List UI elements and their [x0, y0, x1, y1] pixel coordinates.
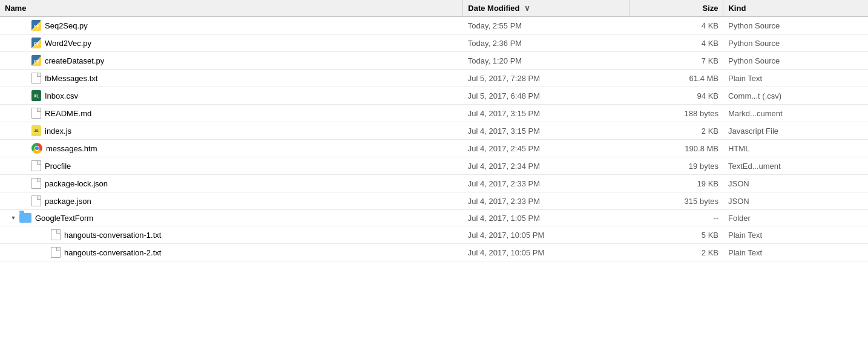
kind-cell: Plain Text [723, 70, 868, 87]
file-icon [51, 247, 61, 258]
date-cell: Jul 4, 2017, 10:05 PM [463, 226, 630, 244]
name-cell: package.json [0, 192, 463, 210]
python-icon: py [31, 20, 41, 31]
table-row[interactable]: package-lock.json Jul 4, 2017, 2:33 PM 1… [0, 175, 868, 192]
table-row[interactable]: JS index.js Jul 4, 2017, 3:15 PM 2 KB Ja… [0, 122, 868, 140]
name-cell: JS index.js [0, 122, 463, 140]
file-name: Seq2Seq.py [45, 21, 88, 30]
csv-icon: XL [31, 90, 41, 101]
kind-cell: Javascript File [723, 122, 868, 140]
name-cell: README.md [0, 105, 463, 122]
name-cell: GoogleTextForm [0, 210, 463, 226]
file-name: Inbox.csv [45, 91, 78, 100]
sort-arrow-icon: ∨ [524, 4, 530, 13]
name-cell: hangouts-conversation-1.txt [0, 226, 463, 244]
name-cell: messages.htm [0, 140, 463, 157]
date-cell: Today, 2:36 PM [463, 34, 630, 52]
date-cell: Today, 2:55 PM [463, 17, 630, 34]
size-cell: 4 KB [630, 34, 723, 52]
kind-cell: Comm...t (.csv) [723, 87, 868, 105]
kind-cell: JSON [723, 175, 868, 192]
file-icon [51, 229, 61, 240]
kind-cell: Folder [723, 210, 868, 226]
date-cell: Jul 5, 2017, 6:48 PM [463, 87, 630, 105]
name-cell: hangouts-conversation-2.txt [0, 244, 463, 261]
file-name: createDataset.py [45, 56, 104, 65]
date-cell: Jul 4, 2017, 2:33 PM [463, 175, 630, 192]
size-cell: -- [630, 210, 723, 226]
column-header-size[interactable]: Size [630, 0, 723, 17]
file-name: Procfile [45, 162, 71, 171]
kind-cell: JSON [723, 192, 868, 210]
size-cell: 94 KB [630, 87, 723, 105]
table-row[interactable]: py Seq2Seq.py Today, 2:55 PM 4 KB Python… [0, 17, 868, 34]
size-cell: 2 KB [630, 244, 723, 261]
column-size-label: Size [702, 4, 718, 13]
size-cell: 4 KB [630, 17, 723, 34]
date-cell: Jul 4, 2017, 2:33 PM [463, 192, 630, 210]
name-cell: package-lock.json [0, 175, 463, 192]
table-row[interactable]: py Word2Vec.py Today, 2:36 PM 4 KB Pytho… [0, 34, 868, 52]
file-name: README.md [45, 109, 91, 118]
file-name: hangouts-conversation-1.txt [64, 231, 161, 240]
date-cell: Jul 4, 2017, 3:15 PM [463, 105, 630, 122]
table-row[interactable]: messages.htm Jul 4, 2017, 2:45 PM 190.8 … [0, 140, 868, 157]
kind-cell: Python Source [723, 52, 868, 70]
table-row[interactable]: hangouts-conversation-1.txt Jul 4, 2017,… [0, 226, 868, 244]
table-row[interactable]: fbMessages.txt Jul 5, 2017, 7:28 PM 61.4… [0, 70, 868, 87]
kind-cell: Plain Text [723, 226, 868, 244]
date-cell: Jul 4, 2017, 10:05 PM [463, 244, 630, 261]
file-icon [31, 160, 41, 171]
file-name: GoogleTextForm [35, 214, 93, 223]
name-cell: py Seq2Seq.py [0, 17, 463, 34]
size-cell: 2 KB [630, 122, 723, 140]
name-cell: XL Inbox.csv [0, 87, 463, 105]
kind-cell: Plain Text [723, 244, 868, 261]
name-cell: fbMessages.txt [0, 70, 463, 87]
file-name: Word2Vec.py [45, 39, 91, 48]
size-cell: 7 KB [630, 52, 723, 70]
date-cell: Jul 4, 2017, 2:45 PM [463, 140, 630, 157]
python-icon: py [31, 38, 41, 48]
table-row[interactable]: package.json Jul 4, 2017, 2:33 PM 315 by… [0, 192, 868, 210]
file-icon [31, 73, 41, 84]
table-row[interactable]: GoogleTextForm Jul 4, 2017, 1:05 PM -- F… [0, 210, 868, 226]
column-kind-label: Kind [728, 4, 746, 13]
file-icon [31, 108, 41, 119]
js-icon: JS [31, 125, 41, 136]
column-header-name[interactable]: Name [0, 0, 463, 17]
disclosure-triangle[interactable] [10, 215, 17, 221]
kind-cell: Python Source [723, 17, 868, 34]
size-cell: 190.8 MB [630, 140, 723, 157]
kind-cell: Markd...cument [723, 105, 868, 122]
file-icon [31, 195, 41, 206]
file-name: index.js [45, 126, 71, 136]
kind-cell: Python Source [723, 34, 868, 52]
table-row[interactable]: py createDataset.py Today, 1:20 PM 7 KB … [0, 52, 868, 70]
kind-cell: HTML [723, 140, 868, 157]
table-row[interactable]: Procfile Jul 4, 2017, 2:34 PM 19 bytes T… [0, 157, 868, 175]
file-name: fbMessages.txt [45, 74, 97, 83]
name-cell: Procfile [0, 157, 463, 175]
date-cell: Jul 4, 2017, 1:05 PM [463, 210, 630, 226]
size-cell: 5 KB [630, 226, 723, 244]
size-cell: 188 bytes [630, 105, 723, 122]
table-row[interactable]: XL Inbox.csv Jul 5, 2017, 6:48 PM 94 KB … [0, 87, 868, 105]
date-cell: Jul 5, 2017, 7:28 PM [463, 70, 630, 87]
table-row[interactable]: hangouts-conversation-2.txt Jul 4, 2017,… [0, 244, 868, 261]
date-cell: Jul 4, 2017, 3:15 PM [463, 122, 630, 140]
column-header-kind[interactable]: Kind [723, 0, 868, 17]
file-name: package.json [45, 197, 91, 206]
date-cell: Today, 1:20 PM [463, 52, 630, 70]
column-header-date[interactable]: Date Modified ∨ [463, 0, 630, 17]
size-cell: 19 bytes [630, 157, 723, 175]
folder-icon [19, 213, 31, 223]
file-list: Name Date Modified ∨ Size Kind py Seq2Se… [0, 0, 868, 261]
size-cell: 315 bytes [630, 192, 723, 210]
table-header: Name Date Modified ∨ Size Kind [0, 0, 868, 17]
size-cell: 19 KB [630, 175, 723, 192]
name-cell: py Word2Vec.py [0, 34, 463, 52]
table-row[interactable]: README.md Jul 4, 2017, 3:15 PM 188 bytes… [0, 105, 868, 122]
file-icon [31, 178, 41, 189]
file-name: hangouts-conversation-2.txt [64, 248, 161, 257]
